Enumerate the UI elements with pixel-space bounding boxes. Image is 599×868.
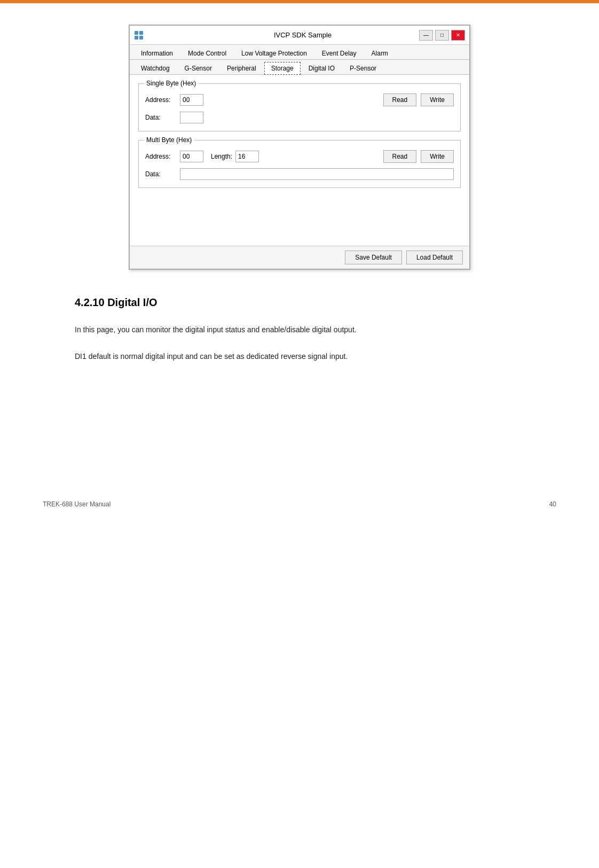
multi-byte-address-input[interactable] bbox=[180, 151, 203, 162]
multi-byte-read-button[interactable]: Read bbox=[383, 150, 417, 163]
multi-byte-data-label: Data: bbox=[145, 170, 180, 178]
load-default-button[interactable]: Load Default bbox=[406, 251, 463, 264]
tab-bar-row1: Information Mode Control Low Voltage Pro… bbox=[130, 45, 469, 60]
multi-byte-length-label: Length: bbox=[211, 153, 232, 160]
section-heading: 4.2.10 Digital I/O bbox=[75, 296, 524, 309]
spacer bbox=[138, 197, 461, 239]
svg-rect-1 bbox=[139, 31, 143, 35]
page-footer: TREK-688 User Manual 40 bbox=[0, 501, 599, 508]
single-byte-group: Single Byte (Hex) Address: Read Write Da… bbox=[138, 83, 461, 131]
single-byte-address-row: Address: Read Write bbox=[145, 93, 454, 106]
tab-digital-io[interactable]: Digital IO bbox=[302, 62, 342, 74]
window-title: IVCP SDK Sample bbox=[186, 31, 419, 39]
doc-section: 4.2.10 Digital I/O In this page, you can… bbox=[43, 296, 556, 363]
single-byte-data-label: Data: bbox=[145, 114, 180, 121]
window-controls: — □ ✕ bbox=[419, 30, 465, 41]
tab-storage[interactable]: Storage bbox=[264, 62, 301, 75]
svg-rect-0 bbox=[135, 31, 138, 35]
paragraph2: DI1 default is normal digital input and … bbox=[75, 350, 524, 362]
multi-byte-label: Multi Byte (Hex) bbox=[144, 136, 194, 144]
save-default-button[interactable]: Save Default bbox=[345, 251, 402, 264]
tab-information[interactable]: Information bbox=[134, 47, 180, 59]
maximize-button[interactable]: □ bbox=[435, 30, 449, 41]
footer-right: 40 bbox=[549, 501, 556, 508]
single-byte-read-button[interactable]: Read bbox=[383, 93, 417, 106]
single-byte-write-button[interactable]: Write bbox=[421, 93, 454, 106]
paragraph1: In this page, you can monitor the digita… bbox=[75, 324, 524, 335]
tab-bar-row2: Watchdog G-Sensor Peripheral Storage Dig… bbox=[130, 60, 469, 75]
window-screenshot: IVCP SDK Sample — □ ✕ Information Mode C… bbox=[129, 25, 470, 270]
app-icon bbox=[134, 30, 144, 40]
tab-g-sensor[interactable]: G-Sensor bbox=[178, 62, 219, 74]
multi-byte-group: Multi Byte (Hex) Address: Length: Read W… bbox=[138, 140, 461, 188]
single-byte-address-label: Address: bbox=[145, 96, 180, 104]
multi-byte-address-label: Address: bbox=[145, 153, 180, 160]
tab-event-delay[interactable]: Event Delay bbox=[315, 47, 364, 59]
multi-byte-write-button[interactable]: Write bbox=[421, 150, 454, 163]
close-button[interactable]: ✕ bbox=[451, 30, 465, 41]
tab-alarm[interactable]: Alarm bbox=[365, 47, 395, 59]
panel-footer: Save Default Load Default bbox=[130, 246, 469, 269]
single-byte-address-input[interactable] bbox=[180, 94, 203, 106]
multi-byte-address-row: Address: Length: Read Write bbox=[145, 150, 454, 163]
title-bar: IVCP SDK Sample — □ ✕ bbox=[130, 26, 469, 45]
tab-mode-control[interactable]: Mode Control bbox=[181, 47, 233, 59]
single-byte-label: Single Byte (Hex) bbox=[144, 80, 198, 87]
footer-left: TREK-688 User Manual bbox=[43, 501, 111, 508]
tab-watchdog[interactable]: Watchdog bbox=[134, 62, 177, 74]
svg-rect-2 bbox=[135, 36, 138, 40]
multi-byte-length-input[interactable] bbox=[235, 151, 259, 162]
single-byte-data-input[interactable] bbox=[180, 112, 203, 123]
svg-rect-3 bbox=[139, 36, 143, 40]
tab-peripheral[interactable]: Peripheral bbox=[220, 62, 263, 74]
panel-body: Single Byte (Hex) Address: Read Write Da… bbox=[130, 75, 469, 246]
tab-low-voltage[interactable]: Low Voltage Protection bbox=[234, 47, 314, 59]
multi-byte-data-row: Data: bbox=[145, 168, 454, 180]
tab-p-sensor[interactable]: P-Sensor bbox=[343, 62, 383, 74]
minimize-button[interactable]: — bbox=[419, 30, 433, 41]
single-byte-data-row: Data: bbox=[145, 112, 454, 123]
multi-byte-data-input[interactable] bbox=[180, 168, 454, 180]
